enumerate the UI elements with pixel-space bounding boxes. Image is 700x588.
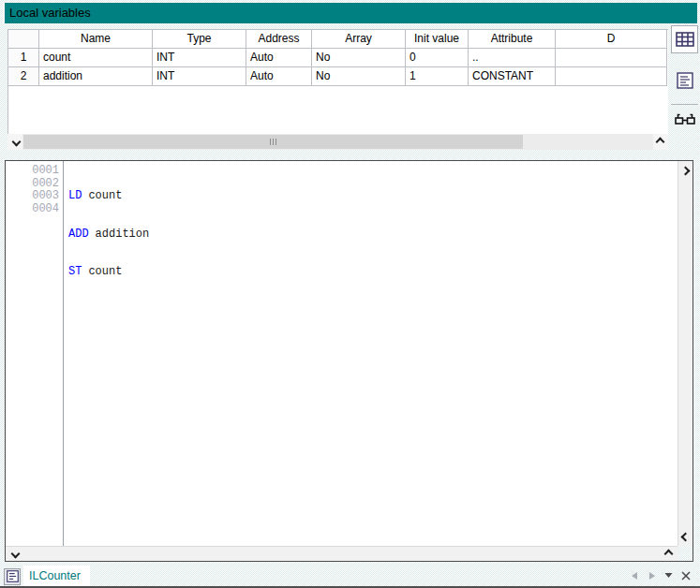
- prev-tab-button[interactable]: [630, 570, 640, 581]
- toolbar-separator: [671, 104, 698, 105]
- find-button[interactable]: [671, 106, 698, 134]
- col-header-array[interactable]: Array: [312, 30, 406, 49]
- tab-label[interactable]: ILCounter: [23, 566, 90, 587]
- local-variables-window: Local variables Name Type Address Array …: [0, 0, 700, 588]
- il-keyword: ADD: [68, 228, 89, 241]
- thumb-grip-icon: [276, 139, 276, 145]
- prev-tab-icon: [631, 571, 639, 581]
- chevron-right-icon: [663, 549, 673, 558]
- grid-table-icon: [676, 32, 694, 47]
- col-header-truncated[interactable]: D: [556, 30, 667, 49]
- line-number: 0002: [6, 178, 63, 191]
- chevron-left-icon: [10, 549, 20, 558]
- il-code-editor[interactable]: 0001 0002 0003 0004 LDcount ADDaddition …: [5, 160, 693, 562]
- cell-rownum[interactable]: 2: [8, 67, 39, 86]
- cell-type[interactable]: INT: [153, 67, 246, 86]
- cell-address[interactable]: Auto: [246, 49, 312, 67]
- il-keyword: LD: [68, 189, 82, 202]
- next-tab-icon: [648, 571, 656, 581]
- col-header-address[interactable]: Address: [246, 30, 312, 49]
- scrollbar-corner: [678, 546, 693, 561]
- cell-array[interactable]: No: [312, 49, 406, 67]
- col-header-init-value[interactable]: Init value: [406, 30, 469, 49]
- variables-hscrollbar[interactable]: [7, 134, 668, 150]
- chevron-up-icon: [680, 166, 690, 175]
- cell-attribute[interactable]: ..: [469, 49, 556, 67]
- code-line: [68, 304, 676, 317]
- next-tab-button[interactable]: [647, 570, 657, 581]
- col-header-name[interactable]: Name: [39, 30, 153, 49]
- scroll-right-button[interactable]: [663, 548, 675, 559]
- grid-view-button[interactable]: [671, 25, 698, 53]
- document-view-button[interactable]: [671, 66, 698, 95]
- thumb-grip-icon: [270, 139, 271, 145]
- tab-list-icon: [664, 572, 673, 579]
- scroll-right-button[interactable]: [653, 134, 668, 150]
- col-header-attribute[interactable]: Attribute: [469, 30, 556, 49]
- binoculars-icon: [675, 113, 695, 126]
- table-header-row: Name Type Address Array Init value Attri…: [8, 30, 668, 49]
- side-toolbar: [671, 25, 699, 150]
- cell-name[interactable]: count: [39, 49, 153, 67]
- tab-document-icon: [4, 568, 21, 585]
- line-number-gutter: 0001 0002 0003 0004: [6, 161, 64, 546]
- cell-extra[interactable]: [556, 67, 667, 86]
- tab-list-button[interactable]: [663, 570, 674, 581]
- cell-init-value[interactable]: 1: [406, 67, 469, 86]
- panel-title: Local variables: [3, 3, 697, 23]
- col-header-type[interactable]: Type: [153, 30, 246, 49]
- tab-nav-controls: [630, 570, 691, 581]
- editor-hscrollbar[interactable]: [6, 546, 678, 561]
- col-header-rownum[interactable]: [8, 30, 39, 49]
- cell-attribute[interactable]: CONSTANT: [469, 67, 556, 86]
- close-tab-button[interactable]: [680, 570, 691, 581]
- scrollbar-thumb[interactable]: [23, 135, 523, 149]
- scroll-up-button[interactable]: [679, 164, 691, 175]
- variables-table: Name Type Address Array Init value Attri…: [7, 29, 668, 134]
- table-row: 2 addition INT Auto No 1 CONSTANT: [8, 67, 668, 86]
- code-line: ADDaddition: [68, 228, 676, 242]
- tab-bar: ILCounter: [0, 564, 700, 588]
- cell-address[interactable]: Auto: [246, 67, 312, 86]
- cell-type[interactable]: INT: [153, 49, 246, 67]
- scroll-down-button[interactable]: [679, 532, 691, 543]
- chevron-right-icon: [655, 138, 664, 147]
- cell-name[interactable]: addition: [39, 67, 153, 86]
- cell-rownum[interactable]: 1: [8, 49, 39, 67]
- cell-extra[interactable]: [556, 49, 667, 67]
- line-number: 0003: [6, 190, 63, 203]
- thumb-grip-icon: [273, 139, 274, 145]
- il-keyword: ST: [68, 265, 82, 278]
- cell-array[interactable]: No: [312, 67, 406, 86]
- chevron-left-icon: [11, 138, 21, 147]
- line-number: 0004: [6, 203, 63, 216]
- scroll-left-button[interactable]: [7, 134, 22, 150]
- scroll-left-button[interactable]: [8, 548, 20, 559]
- cell-init-value[interactable]: 0: [406, 49, 469, 67]
- close-icon: [681, 571, 691, 581]
- document-list-icon: [677, 72, 693, 89]
- il-operand: addition: [96, 228, 150, 241]
- il-operand: count: [88, 189, 122, 202]
- il-operand: count: [88, 265, 122, 278]
- editor-vscrollbar[interactable]: [678, 161, 693, 546]
- chevron-down-icon: [680, 532, 690, 541]
- code-line: LDcount: [68, 190, 676, 203]
- code-line: STcount: [68, 266, 676, 279]
- line-number: 0001: [6, 165, 63, 178]
- tab-ilcounter[interactable]: ILCounter: [4, 566, 90, 587]
- table-row: 1 count INT Auto No 0 ..: [8, 49, 668, 67]
- code-text-area[interactable]: LDcount ADDaddition STcount: [68, 165, 676, 342]
